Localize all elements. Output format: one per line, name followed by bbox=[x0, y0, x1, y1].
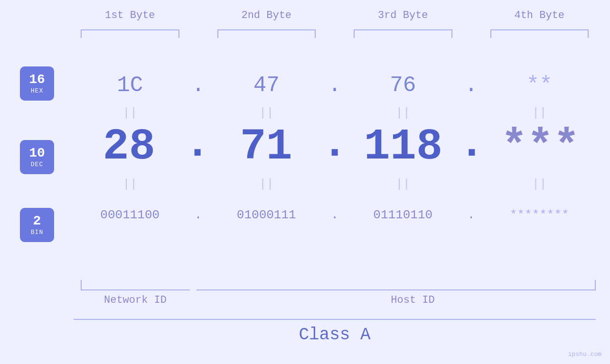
hex-dot-1: . bbox=[192, 73, 205, 98]
equals-2-b3: || bbox=[395, 177, 410, 191]
hex-row: 1C . 47 . 76 . ** bbox=[74, 69, 596, 102]
dec-row: 28 . 71 . 118 . *** bbox=[74, 121, 596, 173]
top-brackets bbox=[74, 29, 596, 38]
byte-header-1: 1st Byte bbox=[74, 9, 187, 21]
dec-badge: 10 DEC bbox=[20, 140, 54, 174]
hex-badge-number: 16 bbox=[29, 73, 45, 87]
bin-b3: 01110110 bbox=[373, 208, 432, 222]
hex-b4: ** bbox=[526, 73, 553, 98]
dec-badge-label: DEC bbox=[31, 161, 43, 168]
dec-b3: 118 bbox=[364, 125, 443, 169]
hex-badge-label: HEX bbox=[31, 87, 43, 94]
bottom-brackets-area bbox=[81, 280, 610, 290]
dec-badge-number: 10 bbox=[29, 146, 45, 161]
hex-dot-2: . bbox=[328, 73, 341, 98]
bin-badge: 2 BIN bbox=[20, 208, 54, 242]
byte-headers: 1st Byte 2nd Byte 3rd Byte 4th Byte bbox=[74, 9, 596, 21]
bin-b1: 00011100 bbox=[100, 208, 160, 222]
dec-b1: 28 bbox=[103, 125, 155, 169]
hex-b3: 76 bbox=[390, 73, 416, 98]
dec-dot-2: . bbox=[321, 122, 347, 166]
byte-header-2: 2nd Byte bbox=[210, 9, 323, 21]
hex-badge: 16 HEX bbox=[20, 66, 54, 101]
network-id-label: Network ID bbox=[104, 294, 167, 306]
top-bracket-2 bbox=[217, 29, 316, 38]
host-id-label: Host ID bbox=[391, 294, 434, 306]
watermark-text: ipshu.com bbox=[568, 351, 601, 358]
bin-b2: 01000111 bbox=[237, 208, 296, 222]
bin-dot-3: . bbox=[468, 208, 475, 222]
dec-b2: 71 bbox=[240, 125, 292, 169]
byte-header-4: 4th Byte bbox=[483, 9, 596, 21]
bin-dot-1: . bbox=[195, 208, 202, 222]
equals-2-b2: || bbox=[259, 177, 274, 191]
dec-b4: *** bbox=[501, 125, 580, 169]
byte-header-3: 3rd Byte bbox=[347, 9, 460, 21]
host-id-bracket bbox=[197, 280, 596, 290]
equals-row-2: || || || || bbox=[74, 175, 596, 194]
equals-2-b4: || bbox=[532, 177, 547, 191]
top-bracket-3 bbox=[354, 29, 452, 38]
top-bracket-4 bbox=[490, 29, 589, 38]
equals-1-b1: || bbox=[122, 106, 137, 120]
class-a-section: Class A bbox=[74, 319, 596, 350]
hex-b2: 47 bbox=[253, 73, 280, 98]
hex-dot-3: . bbox=[465, 73, 478, 98]
main-layout: 1st Byte 2nd Byte 3rd Byte 4th Byte 16 H… bbox=[0, 0, 610, 364]
watermark: ipshu.com bbox=[568, 350, 601, 358]
class-a-label: Class A bbox=[299, 325, 370, 345]
top-bracket-1 bbox=[81, 29, 179, 38]
equals-1-b2: || bbox=[259, 106, 274, 120]
bin-dot-2: . bbox=[331, 208, 338, 222]
bin-badge-label: BIN bbox=[31, 229, 43, 236]
bin-badge-number: 2 bbox=[33, 214, 41, 229]
bin-row: 00011100 . 01000111 . 01110110 . *******… bbox=[74, 197, 596, 233]
equals-2-b1: || bbox=[122, 177, 137, 191]
dec-dot-1: . bbox=[185, 122, 211, 166]
host-id-label-container: Host ID bbox=[230, 294, 596, 306]
network-id-label-container: Network ID bbox=[81, 294, 190, 306]
network-id-bracket bbox=[81, 280, 190, 290]
equals-1-b3: || bbox=[395, 106, 410, 120]
hex-b1: 1C bbox=[117, 73, 143, 98]
equals-1-b4: || bbox=[532, 106, 547, 120]
dec-dot-3: . bbox=[459, 122, 485, 166]
bin-b4: ******** bbox=[510, 208, 569, 222]
